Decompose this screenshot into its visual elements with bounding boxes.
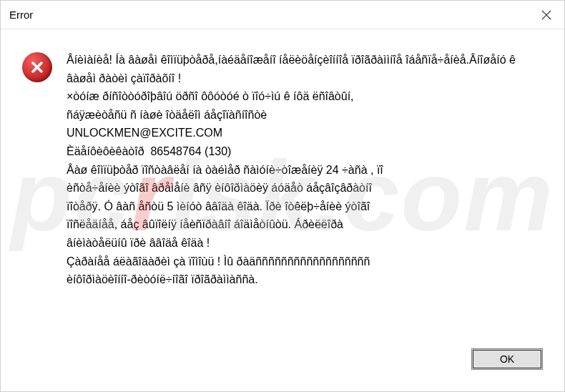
dialog-title: Error	[9, 9, 33, 21]
ok-button[interactable]: OK	[471, 348, 543, 370]
error-dialog: Error Âíèìàíèå! Íà âàøåì êîìïüþòåðå,íàéä…	[0, 0, 565, 392]
icon-column	[22, 51, 54, 82]
dialog-message: Âíèìàíèå! Íà âàøåì êîìïüþòåðå,íàéäåíîæåí…	[67, 51, 543, 289]
button-row: OK	[1, 341, 564, 391]
error-icon	[22, 52, 52, 82]
dialog-content: Âíèìàíèå! Íà âàøåì êîìïüþòåðå,íàéäåíîæåí…	[1, 29, 564, 341]
titlebar: Error	[1, 1, 564, 29]
close-icon	[541, 10, 551, 20]
close-button[interactable]	[529, 1, 564, 29]
